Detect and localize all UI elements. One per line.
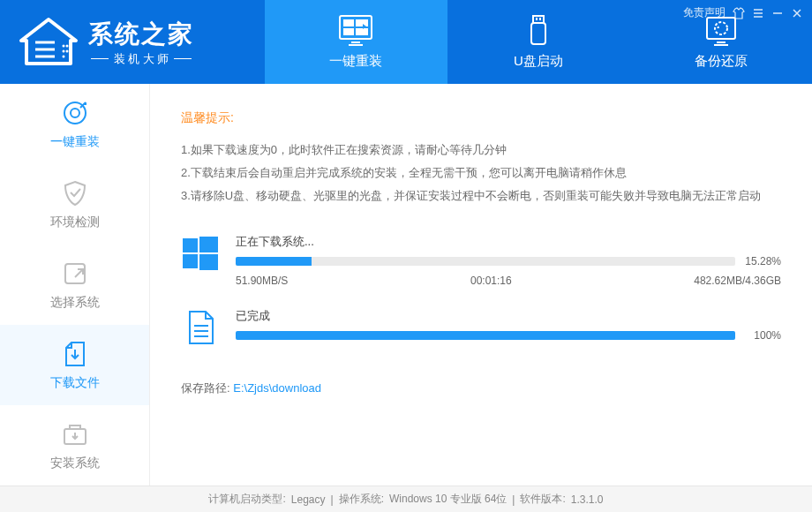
logo-subtitle: 装 机 大 师: [88, 51, 194, 67]
save-path-value[interactable]: E:\Zjds\download: [233, 381, 321, 395]
tips-line-1: 1.如果下载速度为0，此时软件正在搜索资源，请耐心等待几分钟: [181, 139, 781, 162]
svg-point-17: [71, 109, 79, 117]
sidebar-item-install[interactable]: 安装系统: [0, 405, 149, 486]
download-icon: [61, 340, 89, 368]
sidebar-item-download[interactable]: 下载文件: [0, 325, 149, 405]
document-icon: [181, 308, 220, 347]
done-label: 已完成: [236, 308, 781, 324]
svg-point-2: [63, 49, 65, 52]
svg-point-1: [66, 44, 69, 47]
monitor-icon: [338, 14, 373, 46]
svg-point-3: [66, 49, 69, 52]
tips-line-3: 3.请移除U盘、移动硬盘、光驱里的光盘，并保证安装过程中不会断电，否则重装可能失…: [181, 184, 781, 207]
svg-rect-20: [183, 238, 198, 252]
tips-line-2: 2.下载结束后会自动重启并完成系统的安装，全程无需干预，您可以离开电脑请稍作休息: [181, 162, 781, 184]
tab-reinstall[interactable]: 一键重装: [265, 0, 447, 84]
svg-rect-6: [343, 19, 354, 26]
save-path: 保存路径: E:\Zjds\download: [181, 380, 781, 396]
menu-icon[interactable]: [752, 7, 764, 19]
footer: 计算机启动类型: Legacy | 操作系统: Windows 10 专业版 6…: [0, 486, 812, 512]
windows-icon: [181, 234, 220, 273]
os-version: Windows 10 专业版 64位: [389, 492, 507, 507]
tab-usb[interactable]: U盘启动: [447, 0, 630, 84]
boot-type: Legacy: [291, 493, 326, 506]
svg-rect-14: [707, 18, 735, 39]
download-percent: 15.28%: [742, 255, 781, 267]
tips-title: 温馨提示:: [181, 110, 781, 126]
svg-rect-10: [533, 16, 544, 23]
download-progress: [236, 257, 735, 266]
svg-rect-7: [356, 19, 368, 26]
logo-area: 系统之家 装 机 大 师: [0, 0, 265, 84]
target-icon: [61, 99, 89, 127]
done-progress: [236, 331, 735, 340]
sidebar-item-select[interactable]: 选择系统: [0, 245, 149, 325]
download-block: 正在下载系统... 15.28% 51.90MB/S 00:01:16 482.…: [181, 234, 781, 287]
main-content: 温馨提示: 1.如果下载速度为0，此时软件正在搜索资源，请耐心等待几分钟 2.下…: [150, 84, 812, 486]
svg-rect-21: [199, 237, 218, 252]
download-label: 正在下载系统...: [236, 234, 781, 250]
logo-title: 系统之家: [88, 18, 194, 51]
titlebar-controls: 免责声明: [683, 5, 803, 20]
sidebar-item-envcheck[interactable]: 环境检测: [0, 164, 149, 245]
header: 系统之家 装 机 大 师 一键重装 U盘启动 备份还原 免责声明: [0, 0, 812, 84]
software-version: 1.3.1.0: [571, 493, 604, 506]
shirt-icon[interactable]: [733, 7, 745, 19]
svg-rect-5: [340, 16, 372, 39]
body: 一键重装 环境检测 选择系统 下载文件 安装系统 温馨提示: 1.如果下载速度为…: [0, 84, 812, 486]
sidebar: 一键重装 环境检测 选择系统 下载文件 安装系统: [0, 84, 150, 486]
svg-rect-13: [539, 18, 541, 20]
house-icon: [18, 16, 79, 69]
install-icon: [61, 420, 89, 448]
svg-rect-22: [183, 254, 198, 268]
done-percent: 100%: [742, 329, 781, 342]
usb-icon: [521, 14, 556, 46]
download-speed: 51.90MB/S: [236, 275, 288, 287]
disclaimer-link[interactable]: 免责声明: [683, 5, 726, 20]
minimize-icon[interactable]: [771, 7, 784, 19]
svg-point-4: [63, 55, 65, 57]
svg-rect-8: [343, 28, 354, 35]
done-block: 已完成 100%: [181, 308, 781, 347]
svg-rect-18: [65, 264, 85, 283]
download-elapsed: 00:01:16: [470, 275, 512, 287]
svg-rect-9: [356, 28, 368, 35]
shield-icon: [61, 179, 89, 207]
sidebar-item-reinstall[interactable]: 一键重装: [0, 84, 149, 164]
svg-point-0: [63, 44, 65, 47]
close-icon[interactable]: [791, 7, 803, 19]
select-icon: [61, 260, 89, 288]
svg-rect-12: [536, 18, 538, 20]
svg-rect-11: [531, 23, 545, 44]
download-size: 482.62MB/4.36GB: [694, 275, 781, 287]
svg-rect-23: [199, 254, 218, 270]
